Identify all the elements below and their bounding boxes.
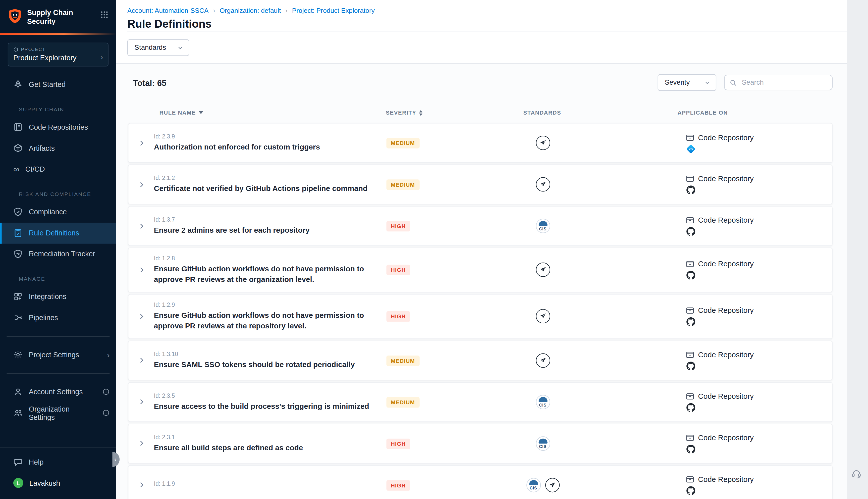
row-expand-chevron-icon[interactable] (138, 357, 145, 364)
chevron-left-icon: ‹ (114, 456, 116, 462)
app-window: Supply Chain Security PROJECT Product Ex… (0, 0, 868, 499)
plane-standard-icon (535, 136, 550, 150)
sidebar-divider (7, 336, 110, 337)
chat-bubble-icon (13, 457, 23, 466)
applicable-cell: Code Repository (594, 350, 832, 370)
sidebar-item-label: Project Settings (29, 351, 79, 359)
sidebar-item-rule-definitions[interactable]: Rule Definitions (0, 222, 116, 243)
rule-row[interactable]: Id: 1.3.10 Ensure SAML SSO tokens should… (128, 340, 833, 380)
nav-group-risk-compliance: RISK AND COMPLIANCE (0, 191, 116, 197)
search-input[interactable] (741, 78, 827, 87)
rule-name: Ensure access to the build process's tri… (154, 401, 386, 412)
info-icon (102, 409, 110, 417)
support-headset-icon[interactable] (851, 468, 862, 479)
sidebar-item-label: Organization Settings (29, 404, 97, 421)
github-icon (686, 317, 695, 326)
rule-row[interactable]: Id: 2.1.2 Certificate not verified by Gi… (128, 165, 833, 205)
rule-row[interactable]: Id: 1.2.8 Ensure GitHub action workflows… (128, 247, 833, 292)
github-icon (686, 361, 695, 370)
code-repository-icon (686, 434, 694, 442)
applicable-cell: Code Repository (594, 260, 832, 280)
row-expand-chevron-icon[interactable] (138, 222, 145, 230)
chevron-down-icon (704, 80, 710, 85)
row-expand-chevron-icon[interactable] (138, 398, 145, 405)
infinity-icon: ∞ (13, 166, 19, 172)
sidebar-item-remediation-tracker[interactable]: Remediation Tracker (0, 243, 116, 265)
rule-row[interactable]: Id: 1.2.9 Ensure GitHub action workflows… (128, 294, 833, 339)
project-chevron-icon: › (100, 55, 103, 60)
column-severity[interactable]: SEVERITY (386, 110, 491, 115)
sidebar-item-get-started[interactable]: Get Started (0, 74, 116, 95)
user-menu[interactable]: L Lavakush (0, 472, 116, 494)
rules-list: Id: 2.3.9 Authorization not enforced for… (128, 123, 833, 499)
breadcrumb-separator-icon: › (213, 7, 215, 14)
sidebar-item-compliance[interactable]: Compliance (0, 201, 116, 222)
sidebar-item-project-settings[interactable]: Project Settings › (0, 344, 116, 365)
rule-row[interactable]: Id: 2.3.5 Ensure access to the build pro… (128, 382, 833, 422)
rule-row[interactable]: Id: 2.3.1 Ensure all build steps are def… (128, 423, 833, 463)
code-repository-icon (686, 260, 694, 268)
sidebar-item-organization-settings[interactable]: Organization Settings (0, 402, 116, 423)
module-switcher-icon[interactable] (100, 11, 109, 19)
rule-name: Authorization not enforced for custom tr… (154, 143, 386, 153)
breadcrumb-separator-icon: › (285, 7, 288, 14)
severity-filter-dropdown[interactable]: Severity (658, 74, 716, 91)
rules-content: Total: 65 Severity (116, 74, 847, 499)
shield-check-icon (13, 207, 23, 216)
row-expand-chevron-icon[interactable] (138, 313, 145, 320)
rule-id: Id: 1.3.10 (154, 350, 386, 357)
rule-id: Id: 2.1.2 (154, 174, 386, 181)
plane-standard-icon (535, 353, 550, 367)
brand: Supply Chain Security (0, 0, 116, 31)
project-selector[interactable]: PROJECT Product Exploratory › (8, 42, 109, 66)
search-box[interactable] (724, 75, 833, 90)
sidebar-item-label: Artifacts (29, 144, 55, 152)
code-repository-icon (686, 216, 694, 224)
sidebar-item-pipelines[interactable]: Pipelines (0, 307, 116, 328)
project-cube-icon (13, 47, 18, 52)
user-avatar: L (13, 478, 23, 488)
standards-cell (492, 353, 594, 367)
sidebar-item-account-settings[interactable]: Account Settings (0, 381, 116, 402)
rule-row[interactable]: Id: 1.3.7 Ensure 2 admins are set for ea… (128, 206, 833, 246)
sidebar-item-cicd[interactable]: ∞ CI/CD (0, 159, 116, 180)
row-expand-chevron-icon[interactable] (138, 266, 145, 273)
row-expand-chevron-icon[interactable] (138, 440, 145, 447)
shield-pulse-icon (13, 249, 23, 258)
sidebar-item-help[interactable]: Help (0, 451, 116, 472)
row-expand-chevron-icon[interactable] (138, 482, 145, 489)
sort-updown-icon (419, 110, 422, 115)
sidebar-item-integrations[interactable]: Integrations (0, 286, 116, 307)
column-rule-name[interactable]: RULE NAME (153, 110, 386, 115)
breadcrumb-account-link[interactable]: Account: Automation-SSCA (127, 7, 209, 14)
rule-name: Ensure SAML SSO tokens should be rotated… (154, 360, 386, 370)
standards-cell: CIS (492, 219, 594, 233)
breadcrumb-organization-link[interactable]: Organization: default (220, 7, 281, 14)
row-expand-chevron-icon[interactable] (138, 139, 145, 146)
rule-id: Id: 2.3.1 (154, 434, 386, 440)
sidebar-item-code-repositories[interactable]: Code Repositories (0, 117, 116, 138)
code-repository-nav-icon (13, 122, 23, 132)
project-eyebrow: PROJECT (21, 47, 46, 52)
rule-name: Ensure 2 admins are set for each reposit… (154, 226, 386, 236)
main-content: Account: Automation-SSCA › Organization:… (116, 0, 847, 499)
applicable-cell: Code Repository (594, 475, 832, 495)
code-repository-icon (686, 350, 694, 358)
rule-row[interactable]: Id: 1.1.9 HIGH CIS Code Repository (128, 465, 833, 499)
user-name: Lavakush (29, 479, 60, 487)
rule-row[interactable]: Id: 2.3.9 Authorization not enforced for… (128, 123, 833, 163)
nav-group-manage: MANAGE (0, 276, 116, 282)
row-expand-chevron-icon[interactable] (138, 181, 145, 188)
applicable-label: Code Repository (698, 392, 754, 400)
sidebar-item-label: Integrations (29, 292, 66, 301)
applicable-cell: Code Repository (594, 434, 832, 453)
chevron-down-icon (177, 45, 183, 50)
applicable-label: Code Repository (698, 475, 754, 483)
rule-name: Certificate not verified by GitHub Actio… (154, 184, 386, 194)
sidebar-item-artifacts[interactable]: Artifacts (0, 138, 116, 159)
rule-id: Id: 1.3.7 (154, 216, 386, 223)
sort-caret-icon (199, 111, 203, 114)
breadcrumb-project-link[interactable]: Project: Product Exploratory (292, 7, 375, 14)
standards-dropdown[interactable]: Standards (127, 39, 189, 56)
github-icon (686, 445, 695, 453)
